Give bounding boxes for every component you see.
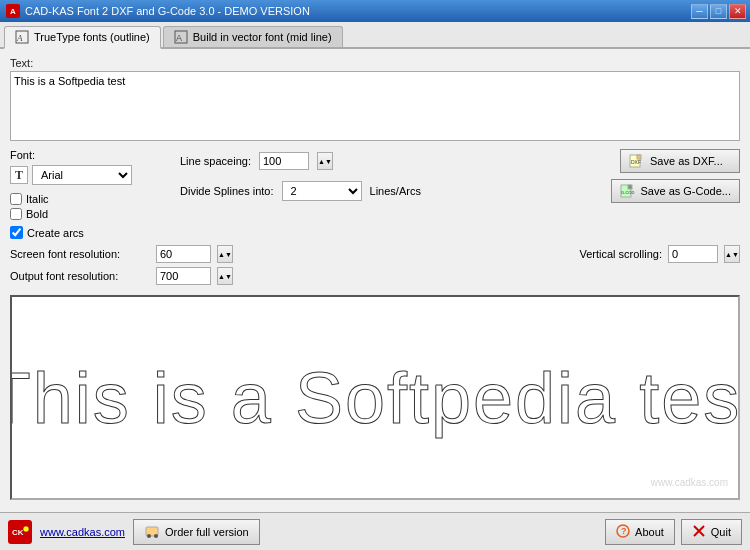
preview-watermark: www.cadkas.com [651,477,728,488]
bold-label: Bold [26,208,48,220]
create-arcs-checkbox[interactable] [10,226,23,239]
bottom-left: CK www.cadkas.com Order full version [8,519,260,545]
font-style-checkboxes: Italic Bold [10,193,170,220]
svg-point-14 [147,534,151,538]
order-icon [144,524,160,540]
bold-row: Bold [10,208,170,220]
about-icon: ? [616,524,630,540]
create-arcs-label: Create arcs [27,227,84,239]
vector-tab-icon: A [174,30,188,44]
close-button[interactable]: ✕ [729,4,746,19]
about-button[interactable]: ? About [605,519,675,545]
output-font-res-spin[interactable]: ▲▼ [217,267,233,285]
screen-font-res-row: Screen font resolution: ▲▼ Vertical scro… [10,245,740,263]
bottom-right: ? About Quit [605,519,742,545]
content-area: Text: This is a Softpedia test Font: T A… [0,49,750,512]
preview-text: This is a Softpedia test [10,357,740,439]
font-label: Font: [10,149,170,161]
divide-splines-select[interactable]: 2 4 8 16 [282,181,362,201]
save-gcode-label: Save as G-Code... [641,185,732,197]
svg-text:G-COD: G-COD [621,190,634,195]
app-icon: A [6,4,20,18]
quit-button[interactable]: Quit [681,519,742,545]
save-dxf-label: Save as DXF... [650,155,723,167]
tabs-bar: A TrueType fonts (outline) A Build in ve… [0,22,750,49]
vertical-scrolling-input[interactable] [668,245,718,263]
create-arcs-row: Create arcs [10,226,740,239]
quit-icon [692,524,706,540]
font-type-icon: T [10,166,28,184]
quit-label: Quit [711,526,731,538]
save-dxf-button[interactable]: DXF Save as DXF... [620,149,740,173]
main-window: A TrueType fonts (outline) A Build in ve… [0,22,750,550]
svg-text:A: A [16,33,23,43]
italic-checkbox[interactable] [10,193,22,205]
svg-point-12 [23,526,29,532]
title-bar: A CAD-KAS Font 2 DXF and G-Code 3.0 - DE… [0,0,750,22]
vertical-scrolling-label: Vertical scrolling: [579,248,662,260]
window-controls: ─ □ ✕ [691,4,746,19]
output-font-res-row: Output font resolution: ▲▼ [10,267,740,285]
svg-text:CK: CK [12,528,24,537]
screen-font-res-label: Screen font resolution: [10,248,150,260]
tab-truetype[interactable]: A TrueType fonts (outline) [4,26,161,49]
truetype-tab-icon: A [15,30,29,44]
tab-vector-label: Build in vector font (mid line) [193,31,332,43]
font-section: Font: T Arial Times New Roman Courier Ne… [10,149,170,220]
svg-point-15 [154,534,158,538]
text-section: Text: This is a Softpedia test [10,57,740,143]
save-gcode-icon: G-COD [620,184,636,198]
text-input[interactable]: This is a Softpedia test [10,71,740,141]
lines-arcs-label: Lines/Arcs [370,185,421,197]
line-spacing-input[interactable] [259,152,309,170]
output-font-res-input[interactable] [156,267,211,285]
text-label: Text: [10,57,740,69]
tab-vector[interactable]: A Build in vector font (mid line) [163,26,343,47]
svg-rect-8 [628,185,632,189]
vertical-scrolling-spin[interactable]: ▲▼ [724,245,740,263]
font-dropdown[interactable]: Arial Times New Roman Courier New [32,165,132,185]
resolution-section: Screen font resolution: ▲▼ Vertical scro… [10,245,740,285]
bottom-bar: CK www.cadkas.com Order full version [0,512,750,550]
website-link[interactable]: www.cadkas.com [40,526,125,538]
order-button[interactable]: Order full version [133,519,260,545]
screen-font-res-spin[interactable]: ▲▼ [217,245,233,263]
italic-label: Italic [26,193,49,205]
font-select-row: T Arial Times New Roman Courier New [10,165,170,185]
svg-text:A: A [176,33,182,43]
bold-checkbox[interactable] [10,208,22,220]
title-text: CAD-KAS Font 2 DXF and G-Code 3.0 - DEMO… [25,5,310,17]
save-gcode-button[interactable]: G-COD Save as G-Code... [611,179,741,203]
divide-splines-label: Divide Splines into: [180,185,274,197]
save-dxf-icon: DXF [629,154,645,168]
output-font-res-label: Output font resolution: [10,270,150,282]
svg-text:DXF: DXF [631,159,641,165]
italic-row: Italic [10,193,170,205]
preview-area: This is a Softpedia test www.cadkas.com [10,295,740,500]
maximize-button[interactable]: □ [710,4,727,19]
cadkas-logo: CK [8,520,32,544]
tab-truetype-label: TrueType fonts (outline) [34,31,150,43]
about-label: About [635,526,664,538]
minimize-button[interactable]: ─ [691,4,708,19]
order-label: Order full version [165,526,249,538]
screen-font-res-input[interactable] [156,245,211,263]
line-spacing-spin[interactable]: ▲▼ [317,152,333,170]
svg-text:?: ? [621,526,627,536]
line-spacing-label: Line spaceing: [180,155,251,167]
